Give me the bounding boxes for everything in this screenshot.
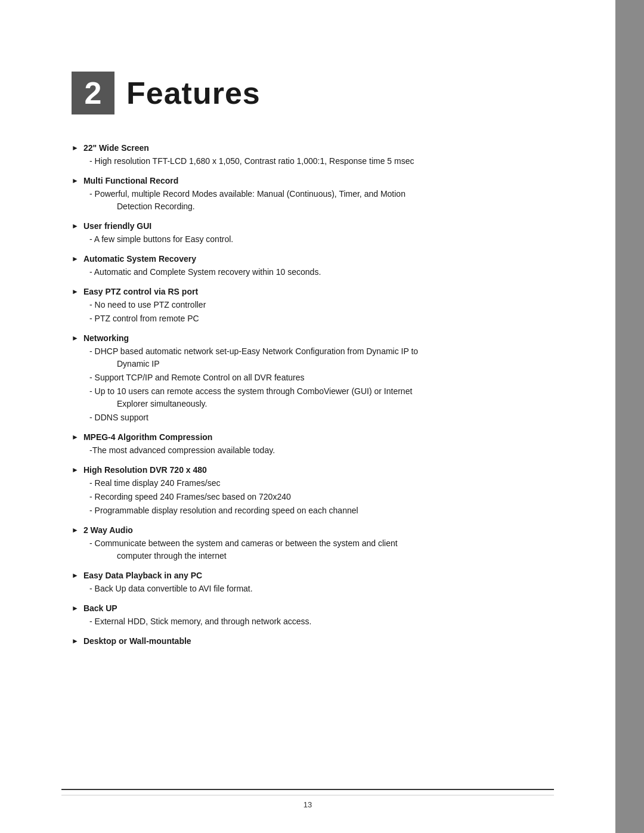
- detail-item: - DDNS support: [89, 411, 556, 424]
- feature-heading: ► Easy Data Playback in any PC: [72, 571, 556, 580]
- list-item: ► Back UP - External HDD, Stick memory, …: [72, 603, 556, 628]
- detail-item: - Real time display 240 Frames/sec: [89, 477, 556, 490]
- detail-item: - Recording speed 240 Frames/sec based o…: [89, 491, 556, 503]
- feature-title: Easy PTZ control via RS port: [83, 287, 198, 296]
- bullet-icon: ►: [72, 604, 79, 612]
- feature-title: High Resolution DVR 720 x 480: [83, 465, 207, 475]
- detail-item: - No need to use PTZ controller: [89, 299, 556, 311]
- list-item: ► MPEG-4 Algorithm Compression -The most…: [72, 432, 556, 457]
- content-area: 2 Features ► 22" Wide Screen - High reso…: [0, 0, 615, 833]
- feature-title: Desktop or Wall-mountable: [83, 636, 191, 646]
- feature-heading: ► Easy PTZ control via RS port: [72, 287, 556, 296]
- footer-divider: [61, 795, 554, 795]
- page-number: 13: [304, 800, 312, 809]
- detail-item: Dynamic IP: [89, 358, 556, 370]
- list-item: ► Desktop or Wall-mountable: [72, 636, 556, 646]
- page-container: 2 Features ► 22" Wide Screen - High reso…: [0, 0, 644, 833]
- detail-item: - Automatic and Complete System recovery…: [89, 266, 556, 278]
- feature-heading: ► 22" Wide Screen: [72, 143, 556, 153]
- detail-item: - Communicate between the system and cam…: [89, 537, 556, 550]
- feature-heading: ► Desktop or Wall-mountable: [72, 636, 556, 646]
- detail-item: - A few simple buttons for Easy control.: [89, 233, 556, 246]
- feature-details: - Automatic and Complete System recovery…: [72, 266, 556, 278]
- list-item: ► Automatic System Recovery - Automatic …: [72, 254, 556, 278]
- feature-heading: ► User friendly GUI: [72, 221, 556, 231]
- features-list: ► 22" Wide Screen - High resolution TFT-…: [72, 143, 556, 646]
- feature-heading: ► Multi Functional Record: [72, 176, 556, 185]
- feature-title: Networking: [83, 333, 129, 343]
- bullet-icon: ►: [72, 222, 79, 230]
- list-item: ► User friendly GUI - A few simple butto…: [72, 221, 556, 246]
- feature-details: - DHCP based automatic network set-up-Ea…: [72, 345, 556, 424]
- feature-heading: ► Back UP: [72, 603, 556, 613]
- detail-item: Explorer simultaneously.: [89, 398, 556, 410]
- list-item: ► High Resolution DVR 720 x 480 - Real t…: [72, 465, 556, 517]
- bullet-icon: ►: [72, 144, 79, 152]
- list-item: ► Multi Functional Record - Powerful, mu…: [72, 176, 556, 213]
- feature-details: -The most advanced compression available…: [72, 444, 556, 457]
- detail-item: Detection Recording.: [89, 200, 556, 213]
- bullet-icon: ►: [72, 433, 79, 441]
- feature-details: - High resolution TFT-LCD 1,680 x 1,050,…: [72, 155, 556, 168]
- detail-item: - High resolution TFT-LCD 1,680 x 1,050,…: [89, 155, 556, 168]
- page-footer: 13: [0, 789, 615, 809]
- feature-title: 22" Wide Screen: [83, 143, 149, 153]
- detail-item: -The most advanced compression available…: [89, 444, 556, 457]
- bullet-icon: ►: [72, 334, 79, 342]
- bullet-icon: ►: [72, 176, 79, 185]
- detail-item: - PTZ control from remote PC: [89, 312, 556, 325]
- feature-heading: ► Networking: [72, 333, 556, 343]
- bullet-icon: ►: [72, 637, 79, 645]
- feature-details: - A few simple buttons for Easy control.: [72, 233, 556, 246]
- feature-heading: ► Automatic System Recovery: [72, 254, 556, 264]
- detail-item: - Up to 10 users can remote access the s…: [89, 385, 556, 398]
- feature-title: 2 Way Audio: [83, 525, 133, 535]
- feature-details: - External HDD, Stick memory, and throug…: [72, 615, 556, 628]
- chapter-number: 2: [72, 72, 114, 114]
- feature-title: Back UP: [83, 603, 117, 613]
- feature-title: User friendly GUI: [83, 221, 151, 231]
- feature-title: Multi Functional Record: [83, 176, 178, 185]
- feature-heading: ► 2 Way Audio: [72, 525, 556, 535]
- feature-heading: ► High Resolution DVR 720 x 480: [72, 465, 556, 475]
- list-item: ► 22" Wide Screen - High resolution TFT-…: [72, 143, 556, 168]
- chapter-header: 2 Features: [72, 72, 556, 114]
- feature-details: - Powerful, multiple Record Modes availa…: [72, 188, 556, 213]
- feature-heading: ► MPEG-4 Algorithm Compression: [72, 432, 556, 442]
- feature-title: Automatic System Recovery: [83, 254, 196, 264]
- bullet-icon: ►: [72, 287, 79, 296]
- feature-title: MPEG-4 Algorithm Compression: [83, 432, 213, 442]
- chapter-title: Features: [126, 75, 261, 111]
- detail-item: - DHCP based automatic network set-up-Ea…: [89, 345, 556, 358]
- detail-item: - Support TCP/IP and Remote Control on a…: [89, 371, 556, 384]
- detail-item: computer through the internet: [89, 550, 556, 562]
- list-item: ► Networking - DHCP based automatic netw…: [72, 333, 556, 424]
- detail-item: - Back Up data convertible to AVI file f…: [89, 583, 556, 595]
- sidebar-right: [615, 0, 644, 833]
- detail-item: - Powerful, multiple Record Modes availa…: [89, 188, 556, 200]
- feature-details: - Real time display 240 Frames/sec - Rec…: [72, 477, 556, 517]
- bullet-icon: ►: [72, 255, 79, 263]
- detail-item: - External HDD, Stick memory, and throug…: [89, 615, 556, 628]
- bullet-icon: ►: [72, 526, 79, 534]
- bullet-icon: ►: [72, 571, 79, 580]
- detail-item: - Programmable display resolution and re…: [89, 504, 556, 517]
- list-item: ► Easy Data Playback in any PC - Back Up…: [72, 571, 556, 595]
- footer-divider-thick: [61, 789, 554, 790]
- feature-details: - Back Up data convertible to AVI file f…: [72, 583, 556, 595]
- feature-title: Easy Data Playback in any PC: [83, 571, 202, 580]
- list-item: ► 2 Way Audio - Communicate between the …: [72, 525, 556, 562]
- bullet-icon: ►: [72, 466, 79, 474]
- feature-details: - No need to use PTZ controller - PTZ co…: [72, 299, 556, 325]
- list-item: ► Easy PTZ control via RS port - No need…: [72, 287, 556, 325]
- feature-details: - Communicate between the system and cam…: [72, 537, 556, 562]
